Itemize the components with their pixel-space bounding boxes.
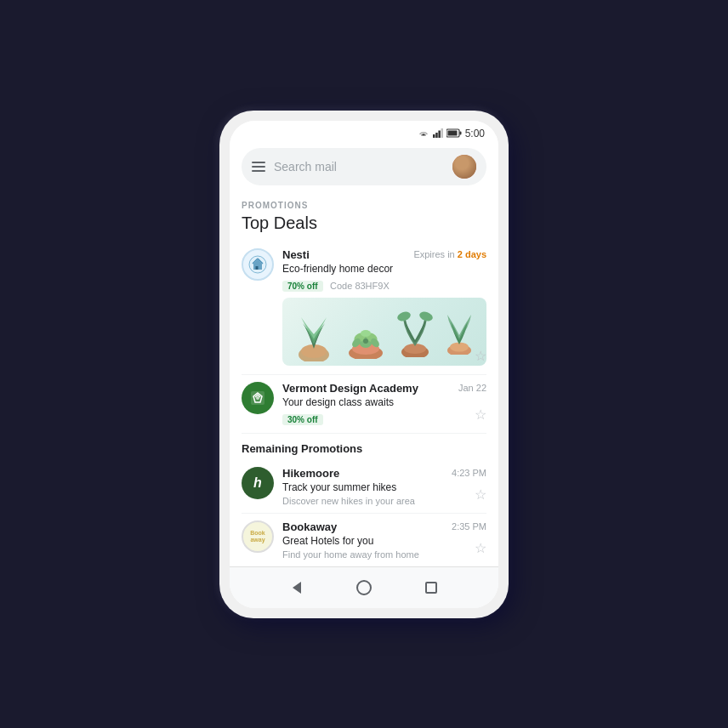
bookaway-preview: Find your home away from home: [282, 549, 486, 560]
vermont-email-body: Vermont Design Academy Jan 22 Your desig…: [282, 382, 486, 426]
expiry-value: 2 days: [458, 249, 486, 259]
status-bar: 5:00: [230, 121, 498, 143]
plant-scene: [282, 298, 486, 366]
search-bar-container: Search mail: [230, 143, 498, 194]
svg-rect-5: [459, 132, 461, 135]
back-button[interactable]: [287, 577, 307, 598]
nesti-subject: Eco-friendly home decor: [282, 263, 486, 275]
vermont-badge: 30% off: [282, 414, 323, 425]
nesti-logo-icon: [248, 255, 267, 274]
svg-rect-3: [441, 128, 443, 138]
battery-icon: [446, 128, 462, 138]
bookaway-date: 2:35 PM: [452, 521, 486, 532]
svg-rect-0: [433, 134, 435, 138]
bookaway-star[interactable]: ☆: [475, 540, 486, 556]
hikemoore-email-header: Hikemoore 4:23 PM: [282, 467, 486, 480]
svg-rect-6: [447, 131, 457, 136]
vermont-sender: Vermont Design Academy: [282, 382, 418, 395]
plant-4: [442, 308, 476, 355]
vermont-subject: Your design class awaits: [282, 396, 486, 408]
svg-point-16: [361, 330, 371, 337]
home-button[interactable]: [354, 577, 374, 598]
hikemoore-letter: h: [253, 475, 262, 491]
promotions-label: PROMOTIONS: [242, 194, 486, 213]
hikemoore-preview: Discover new hikes in your area: [282, 496, 486, 506]
svg-point-27: [256, 396, 259, 400]
status-time: 5:00: [465, 128, 485, 139]
vda-avatar: [242, 382, 274, 414]
hikemoore-sender: Hikemoore: [282, 467, 339, 480]
bookaway-email-body: Bookaway 2:35 PM Great Hotels for you Fi…: [282, 520, 486, 560]
nesti-star[interactable]: ☆: [475, 348, 486, 364]
bookaway-logo-text: Book away: [250, 530, 265, 543]
nesti-email-body: Nesti Expires in 2 days Eco-friendly hom…: [282, 248, 486, 367]
svg-rect-8: [256, 266, 259, 270]
email-item-bookaway[interactable]: Book away Bookaway 2:35 PM Great Hotels …: [242, 514, 486, 566]
vda-logo-icon: [248, 389, 267, 407]
bookaway-email-header: Bookaway 2:35 PM: [282, 520, 486, 533]
wifi-icon: [418, 128, 429, 138]
nesti-promo-line: 70% off Code 83HF9X: [282, 277, 486, 293]
hikemoore-avatar: h: [242, 467, 274, 499]
signal-icon: [433, 128, 443, 138]
hikemoore-subject: Track your summer hikes: [282, 481, 486, 493]
svg-rect-2: [438, 131, 441, 139]
hikemoore-email-body: Hikemoore 4:23 PM Track your summer hike…: [282, 467, 486, 506]
status-icons: 5:00: [418, 128, 485, 139]
bookaway-avatar: Book away: [242, 520, 274, 553]
vermont-star[interactable]: ☆: [475, 407, 486, 423]
bookaway-sender: Bookaway: [282, 520, 337, 533]
hikemoore-star[interactable]: ☆: [475, 486, 486, 503]
phone-screen: 5:00 Search mail PROMOTIONS Top Deals: [230, 121, 498, 608]
phone-frame: 5:00 Search mail PROMOTIONS Top Deals: [219, 111, 509, 618]
bookaway-subject: Great Hotels for you: [282, 535, 486, 547]
search-input-area[interactable]: Search mail: [242, 148, 486, 185]
svg-rect-1: [435, 133, 438, 138]
expiry-prefix: Expires in: [413, 249, 457, 259]
vermont-date: Jan 22: [458, 383, 486, 393]
email-content: PROMOTIONS Top Deals Nesti: [230, 194, 498, 566]
plant-3: [396, 306, 435, 357]
hikemoore-date: 4:23 PM: [452, 468, 486, 478]
hamburger-menu-icon[interactable]: [252, 162, 265, 172]
email-item-nesti[interactable]: Nesti Expires in 2 days Eco-friendly hom…: [242, 242, 486, 375]
top-deals-title: Top Deals: [242, 213, 486, 242]
nesti-avatar: [242, 248, 274, 281]
vermont-email-header: Vermont Design Academy Jan 22: [282, 382, 486, 395]
remaining-promotions-title: Remaining Promotions: [242, 434, 486, 460]
nesti-badge: 70% off: [282, 281, 323, 292]
plant-1: [293, 302, 335, 361]
email-item-vermont[interactable]: Vermont Design Academy Jan 22 Your desig…: [242, 375, 486, 434]
bottom-navigation: [230, 566, 498, 608]
svg-point-19: [363, 338, 368, 344]
nesti-expiry: Expires in 2 days: [413, 249, 486, 259]
plant-2: [343, 304, 390, 359]
nesti-email-header: Nesti Expires in 2 days: [282, 248, 486, 261]
avatar[interactable]: [452, 155, 476, 179]
nesti-promo-image: [282, 298, 486, 366]
nesti-code: Code 83HF9X: [330, 281, 390, 291]
nesti-sender: Nesti: [282, 248, 310, 261]
recent-button[interactable]: [421, 577, 441, 598]
email-item-hikemoore[interactable]: h Hikemoore 4:23 PM Track your summer hi…: [242, 460, 486, 514]
search-placeholder[interactable]: Search mail: [274, 160, 444, 173]
